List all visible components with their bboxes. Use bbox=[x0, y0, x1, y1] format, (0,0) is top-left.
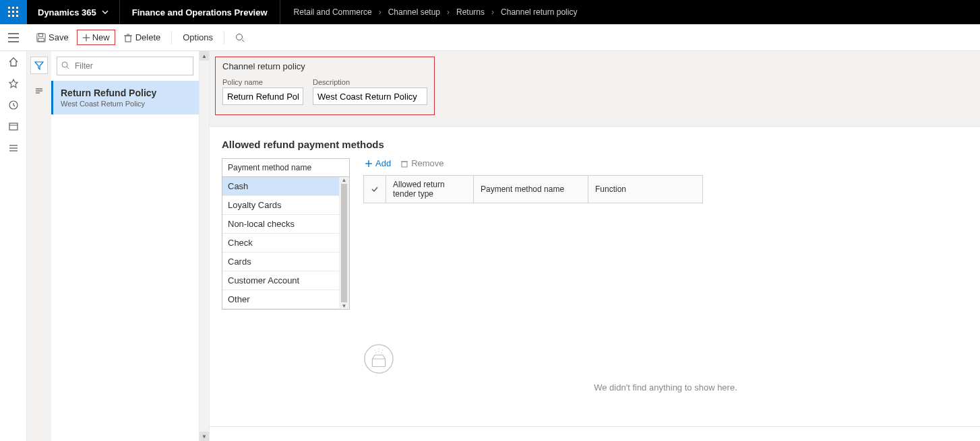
scroll-thumb[interactable] bbox=[341, 184, 347, 302]
column-header[interactable]: Allowed return tender type bbox=[386, 176, 474, 203]
home-icon[interactable] bbox=[8, 57, 19, 67]
lookup-option[interactable]: Customer Account bbox=[222, 271, 339, 290]
svg-rect-8 bbox=[16, 15, 18, 17]
svg-rect-3 bbox=[8, 11, 10, 13]
select-all-checkbox[interactable] bbox=[364, 176, 386, 203]
chevron-down-icon bbox=[102, 9, 109, 15]
brand-label: Dynamics 365 bbox=[38, 7, 96, 18]
lookup-option[interactable]: Cards bbox=[222, 252, 339, 271]
trash-icon bbox=[400, 160, 408, 168]
scrollbar[interactable]: ▲ ▼ bbox=[339, 177, 349, 309]
svg-rect-0 bbox=[8, 7, 10, 9]
filter-pane-toggle[interactable] bbox=[30, 57, 48, 74]
svg-rect-14 bbox=[38, 38, 44, 40]
lookup-option[interactable]: Non-local checks bbox=[222, 215, 339, 234]
scroll-up-icon[interactable]: ▲ bbox=[200, 51, 209, 61]
save-button[interactable]: Save bbox=[31, 30, 74, 45]
scroll-down-icon[interactable]: ▼ bbox=[342, 303, 347, 309]
search-icon bbox=[61, 61, 70, 70]
form-title: Channel return policy bbox=[222, 61, 427, 71]
svg-rect-38 bbox=[372, 359, 385, 367]
description-input[interactable] bbox=[313, 88, 427, 105]
lookup-header: Payment method name bbox=[222, 159, 349, 177]
scrollbar[interactable]: ▲ ▼ bbox=[200, 51, 210, 441]
column-header[interactable]: Function bbox=[588, 176, 703, 203]
section-heading: Allowed refund payment methods bbox=[222, 139, 968, 150]
column-header[interactable]: Payment method name bbox=[474, 176, 588, 203]
search-icon bbox=[235, 33, 245, 42]
chevron-right-icon: › bbox=[491, 7, 494, 17]
svg-line-41 bbox=[381, 350, 383, 354]
svg-rect-35 bbox=[402, 162, 407, 167]
list-item-subtitle: West Coast Return Policy bbox=[61, 100, 189, 108]
check-icon bbox=[371, 185, 379, 193]
plus-icon bbox=[82, 34, 90, 42]
svg-point-20 bbox=[237, 34, 243, 40]
related-info-toggle[interactable] bbox=[30, 82, 48, 100]
separator bbox=[171, 31, 172, 44]
empty-state-text: We didn't find anything to show here. bbox=[363, 382, 968, 393]
payment-method-lookup[interactable]: Payment method name Cash Loyalty Cards N… bbox=[222, 158, 350, 310]
svg-line-39 bbox=[375, 350, 376, 354]
breadcrumb-item[interactable]: Returns bbox=[456, 7, 485, 17]
svg-rect-4 bbox=[12, 11, 14, 13]
description-label: Description bbox=[313, 78, 427, 86]
breadcrumb-item[interactable]: Retail and Commerce bbox=[294, 7, 372, 17]
plus-icon bbox=[365, 160, 373, 168]
lookup-option[interactable]: Loyalty Cards bbox=[222, 196, 339, 215]
modules-icon[interactable] bbox=[8, 143, 19, 154]
chevron-right-icon: › bbox=[447, 7, 450, 17]
breadcrumb-item[interactable]: Channel setup bbox=[388, 7, 440, 17]
save-icon bbox=[36, 33, 46, 42]
app-launcher-icon[interactable] bbox=[0, 0, 27, 24]
lookup-option[interactable]: Check bbox=[222, 234, 339, 252]
policy-name-label: Policy name bbox=[222, 78, 303, 86]
svg-rect-6 bbox=[8, 15, 10, 17]
options-button[interactable]: Options bbox=[177, 30, 218, 45]
policy-list-item[interactable]: Return Refund Policy West Coast Return P… bbox=[51, 81, 199, 114]
trash-icon bbox=[123, 33, 133, 42]
lookup-option[interactable]: Other bbox=[222, 290, 339, 309]
svg-rect-13 bbox=[39, 33, 43, 36]
lookup-option[interactable]: Cash bbox=[222, 177, 339, 196]
scroll-down-icon[interactable]: ▼ bbox=[200, 432, 209, 441]
svg-line-32 bbox=[67, 67, 69, 69]
new-button[interactable]: New bbox=[77, 30, 115, 45]
separator bbox=[224, 31, 224, 44]
search-button[interactable] bbox=[230, 30, 250, 45]
module-title: Finance and Operations Preview bbox=[120, 0, 280, 24]
nav-pane-toggle[interactable] bbox=[0, 24, 27, 51]
list-filter-input[interactable] bbox=[57, 57, 193, 75]
chevron-right-icon: › bbox=[379, 7, 381, 17]
policy-name-input[interactable] bbox=[222, 88, 303, 105]
delete-button[interactable]: Delete bbox=[118, 30, 166, 45]
add-button[interactable]: Add bbox=[365, 158, 391, 168]
scroll-up-icon[interactable]: ▲ bbox=[342, 177, 347, 183]
svg-rect-2 bbox=[16, 7, 18, 9]
empty-state-icon bbox=[363, 343, 394, 374]
svg-rect-17 bbox=[125, 36, 131, 42]
breadcrumb-item[interactable]: Channel return policy bbox=[501, 7, 577, 17]
svg-point-31 bbox=[62, 62, 67, 67]
filter-icon bbox=[34, 61, 44, 70]
highlight-region: Channel return policy Policy name Descri… bbox=[215, 57, 435, 115]
favorites-icon[interactable] bbox=[8, 78, 19, 89]
refund-methods-grid: Allowed return tender type Payment metho… bbox=[363, 175, 703, 203]
svg-line-21 bbox=[242, 40, 244, 42]
svg-rect-7 bbox=[12, 15, 14, 17]
breadcrumb: Retail and Commerce › Channel setup › Re… bbox=[294, 7, 578, 17]
product-switcher[interactable]: Dynamics 365 bbox=[27, 0, 120, 24]
svg-rect-23 bbox=[9, 123, 18, 130]
workspaces-icon[interactable] bbox=[8, 121, 19, 132]
remove-button[interactable]: Remove bbox=[400, 158, 443, 168]
svg-rect-1 bbox=[12, 7, 14, 9]
lines-icon bbox=[34, 86, 44, 96]
svg-rect-5 bbox=[16, 11, 18, 13]
recent-icon[interactable] bbox=[8, 100, 19, 110]
list-item-title: Return Refund Policy bbox=[61, 88, 189, 98]
